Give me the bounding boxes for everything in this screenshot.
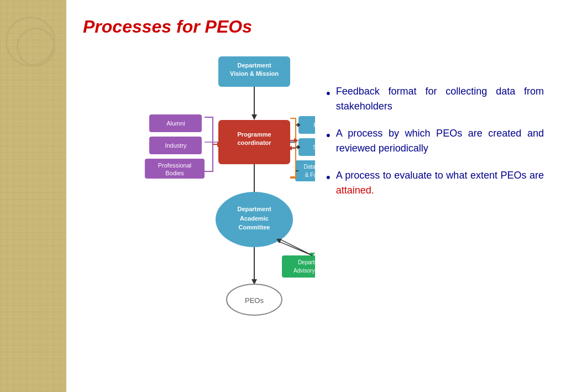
bullet-text-2: A process by which PEOs are created and … xyxy=(336,126,544,156)
bullet-item-1: • Feedback format for collecting data fr… xyxy=(326,84,544,114)
diagram-svg: Department Vision & Mission Programme co… xyxy=(83,51,315,338)
svg-text:& Future Trend: & Future Trend xyxy=(305,172,315,178)
svg-marker-4 xyxy=(251,114,257,120)
bullet-dot-3: • xyxy=(326,169,331,186)
bullet-text-1: Feedback format for collecting data from… xyxy=(336,84,544,114)
page-title: Processes for PEOs xyxy=(83,17,544,37)
svg-text:Professional: Professional xyxy=(158,162,192,169)
svg-rect-57 xyxy=(282,255,315,278)
svg-text:PEOs: PEOs xyxy=(245,296,264,305)
sidebar xyxy=(0,0,66,392)
bullet-text-3: A process to evaluate to what extent PEO… xyxy=(336,168,544,198)
svg-rect-17 xyxy=(298,116,315,134)
svg-text:Committee: Committee xyxy=(239,224,270,231)
main-content: Processes for PEOs Department Vision & M… xyxy=(66,0,566,392)
bullet-item-3: • A process to evaluate to what extent P… xyxy=(326,168,544,198)
svg-text:Department: Department xyxy=(298,259,315,265)
svg-text:Academic: Academic xyxy=(240,215,269,222)
svg-text:Industry: Industry xyxy=(165,142,187,149)
svg-line-30 xyxy=(290,125,297,137)
svg-text:Bodies: Bodies xyxy=(165,170,184,176)
svg-text:coordinator: coordinator xyxy=(237,139,271,146)
text-area: • Feedback format for collecting data fr… xyxy=(326,51,544,210)
svg-text:Student: Student xyxy=(313,144,315,150)
content-area: Department Vision & Mission Programme co… xyxy=(83,51,544,338)
circle-inner xyxy=(17,28,55,66)
svg-text:Department: Department xyxy=(237,206,271,212)
bullet-item-2: • A process by which PEOs are created an… xyxy=(326,126,544,156)
svg-text:Department: Department xyxy=(237,62,271,69)
svg-text:Alumni: Alumni xyxy=(166,120,185,127)
svg-text:Advisory Board: Advisory Board xyxy=(294,268,315,274)
bullet-dot-1: • xyxy=(326,85,331,102)
bullet-dot-2: • xyxy=(326,127,331,144)
svg-text:Vision & Mission: Vision & Mission xyxy=(230,70,279,77)
svg-text:Data on Current: Data on Current xyxy=(303,164,315,170)
svg-text:Faculty: Faculty xyxy=(313,122,315,128)
svg-line-62 xyxy=(279,242,312,255)
diagram: Department Vision & Mission Programme co… xyxy=(83,51,315,338)
svg-text:Programme: Programme xyxy=(237,131,271,138)
